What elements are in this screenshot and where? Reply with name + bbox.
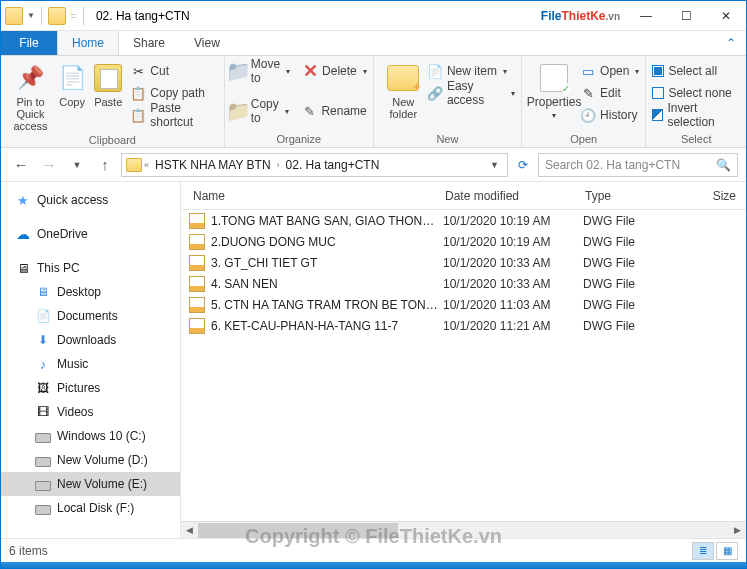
scroll-thumb[interactable] (198, 523, 398, 538)
search-input[interactable]: Search 02. Ha tang+CTN 🔍 (538, 153, 738, 177)
tree-pictures[interactable]: Pictures (1, 376, 180, 400)
forward-button[interactable]: → (37, 153, 61, 177)
new-item-icon (427, 63, 443, 79)
paste-shortcut-button[interactable]: Paste shortcut (130, 104, 217, 126)
file-name: 1.TONG MAT BANG SAN, GIAO THONG +... (211, 214, 443, 228)
folder-icon[interactable] (5, 7, 23, 25)
scroll-right-icon[interactable]: ▶ (729, 522, 746, 539)
drive-icon (35, 457, 51, 467)
group-label: Organize (231, 131, 367, 147)
delete-button[interactable]: Delete▾ (302, 60, 367, 82)
select-none-icon (652, 87, 664, 99)
invert-selection-button[interactable]: Invert selection (652, 104, 740, 126)
ribbon: Pin to Quick access Copy Paste Cut Copy … (1, 56, 746, 148)
group-label: Open (528, 131, 639, 147)
col-date[interactable]: Date modified (439, 189, 579, 203)
col-name[interactable]: Name (181, 189, 439, 203)
pin-icon (15, 62, 47, 94)
col-type[interactable]: Type (579, 189, 669, 203)
folder-icon[interactable] (48, 7, 66, 25)
properties-icon (540, 64, 568, 92)
ribbon-tabs: File Home Share View ⌃ (1, 31, 746, 56)
file-row[interactable]: 2.DUONG DONG MUC10/1/2020 10:19 AMDWG Fi… (181, 231, 746, 252)
star-icon (15, 192, 31, 208)
tree-desktop[interactable]: Desktop (1, 280, 180, 304)
maximize-button[interactable]: ☐ (666, 1, 706, 31)
easy-access-button[interactable]: Easy access▾ (427, 82, 515, 104)
tree-drive-f[interactable]: Local Disk (F:) (1, 496, 180, 520)
file-tab[interactable]: File (1, 31, 57, 55)
music-icon (35, 356, 51, 372)
group-label: Clipboard (7, 132, 218, 148)
tree-quick-access[interactable]: Quick access (1, 188, 180, 212)
edit-button[interactable]: Edit (580, 82, 639, 104)
large-icons-view-button[interactable]: ▦ (716, 542, 738, 560)
view-tab[interactable]: View (180, 31, 235, 55)
search-icon[interactable]: 🔍 (716, 158, 731, 172)
copy-button[interactable]: Copy (54, 58, 90, 108)
horizontal-scrollbar[interactable]: ◀ ▶ (181, 521, 746, 538)
open-button[interactable]: Open▾ (580, 60, 639, 82)
tree-drive-c[interactable]: Windows 10 (C:) (1, 424, 180, 448)
rename-icon (301, 103, 317, 119)
nav-tree[interactable]: Quick access OneDrive This PC Desktop Do… (1, 182, 181, 538)
recent-locations-button[interactable]: ▼ (65, 153, 89, 177)
breadcrumb[interactable]: 02. Ha tang+CTN (282, 158, 384, 172)
chevron-right-icon[interactable]: › (277, 160, 280, 170)
qat-dropdown-icon[interactable]: ▼ (27, 11, 35, 20)
tree-this-pc[interactable]: This PC (1, 256, 180, 280)
file-date: 10/1/2020 10:33 AM (443, 256, 583, 270)
document-icon (35, 308, 51, 324)
refresh-button[interactable]: ⟳ (512, 154, 534, 176)
tree-documents[interactable]: Documents (1, 304, 180, 328)
select-all-button[interactable]: Select all (652, 60, 717, 82)
folder-icon (126, 158, 142, 172)
home-tab[interactable]: Home (57, 31, 119, 55)
delete-icon (302, 63, 318, 79)
open-group: Properties▾ Open▾ Edit History Open (522, 56, 646, 147)
file-row[interactable]: 4. SAN NEN10/1/2020 10:33 AMDWG File (181, 273, 746, 294)
history-button[interactable]: History (580, 104, 639, 126)
scroll-left-icon[interactable]: ◀ (181, 522, 198, 539)
cut-icon (130, 63, 146, 79)
dwg-file-icon (189, 276, 205, 292)
file-date: 10/1/2020 11:03 AM (443, 298, 583, 312)
properties-button[interactable]: Properties▾ (528, 58, 580, 122)
back-button[interactable]: ← (9, 153, 33, 177)
paste-icon (94, 64, 122, 92)
paste-button[interactable]: Paste (90, 58, 126, 108)
new-folder-icon (387, 65, 419, 91)
copy-to-button[interactable]: Copy to▾ (231, 100, 290, 122)
share-tab[interactable]: Share (119, 31, 180, 55)
new-folder-button[interactable]: New folder (380, 58, 427, 120)
collapse-ribbon-icon[interactable]: ⌃ (716, 31, 746, 55)
minimize-button[interactable]: — (626, 1, 666, 31)
details-view-button[interactable]: ≣ (692, 542, 714, 560)
history-icon (580, 107, 596, 123)
tree-onedrive[interactable]: OneDrive (1, 222, 180, 246)
close-button[interactable]: ✕ (706, 1, 746, 31)
file-row[interactable]: 1.TONG MAT BANG SAN, GIAO THONG +...10/1… (181, 210, 746, 231)
file-type: DWG File (583, 319, 673, 333)
address-dropdown-icon[interactable]: ▼ (486, 160, 503, 170)
file-row[interactable]: 3. GT_CHI TIET GT10/1/2020 10:33 AMDWG F… (181, 252, 746, 273)
quick-access-toolbar: ▼ = (1, 7, 90, 25)
tree-downloads[interactable]: Downloads (1, 328, 180, 352)
file-row[interactable]: 6. KET-CAU-PHAN-HA-TANG 11-710/1/2020 11… (181, 315, 746, 336)
rename-button[interactable]: Rename (301, 100, 366, 122)
tree-drive-e[interactable]: New Volume (E:) (1, 472, 180, 496)
file-name: 3. GT_CHI TIET GT (211, 256, 443, 270)
chevron-right-icon[interactable]: « (144, 160, 149, 170)
cut-button[interactable]: Cut (130, 60, 217, 82)
tree-music[interactable]: Music (1, 352, 180, 376)
tree-drive-d[interactable]: New Volume (D:) (1, 448, 180, 472)
copy-path-icon (130, 85, 146, 101)
pin-to-quick-access-button[interactable]: Pin to Quick access (7, 58, 54, 132)
breadcrumb[interactable]: HSTK NHA MAY BTN (151, 158, 275, 172)
address-bar[interactable]: « HSTK NHA MAY BTN › 02. Ha tang+CTN ▼ (121, 153, 508, 177)
up-button[interactable]: ↑ (93, 153, 117, 177)
file-row[interactable]: 5. CTN HA TANG TRAM TRON BE TONG 1...10/… (181, 294, 746, 315)
tree-videos[interactable]: Videos (1, 400, 180, 424)
col-size[interactable]: Size (669, 189, 746, 203)
move-to-button[interactable]: Move to▾ (231, 60, 290, 82)
